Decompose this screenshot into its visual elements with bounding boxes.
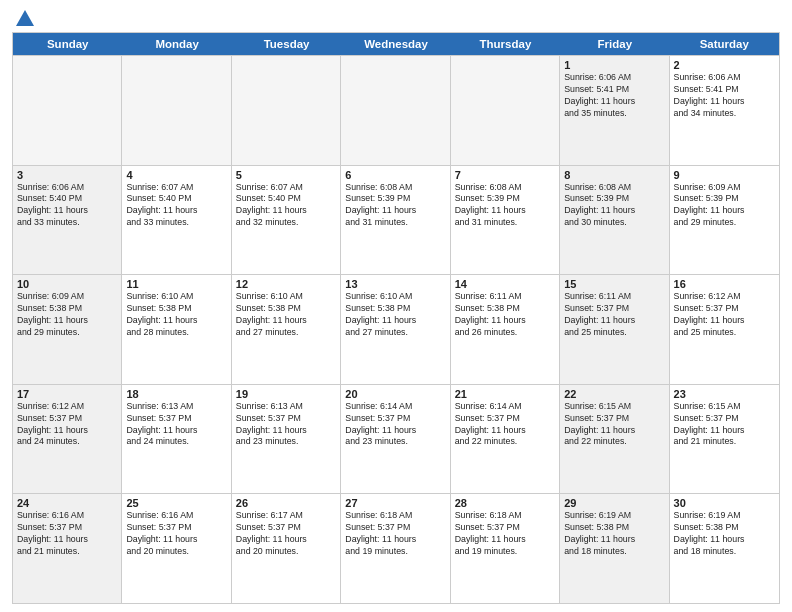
calendar-cell-11: 11Sunrise: 6:10 AM Sunset: 5:38 PM Dayli… (122, 275, 231, 384)
day-number: 18 (126, 388, 226, 400)
day-info: Sunrise: 6:10 AM Sunset: 5:38 PM Dayligh… (126, 291, 226, 339)
day-number: 20 (345, 388, 445, 400)
svg-marker-0 (16, 10, 34, 26)
calendar: SundayMondayTuesdayWednesdayThursdayFrid… (12, 32, 780, 604)
day-number: 13 (345, 278, 445, 290)
calendar-cell-29: 29Sunrise: 6:19 AM Sunset: 5:38 PM Dayli… (560, 494, 669, 603)
calendar-cell-empty (341, 56, 450, 165)
calendar-cell-21: 21Sunrise: 6:14 AM Sunset: 5:37 PM Dayli… (451, 385, 560, 494)
day-info: Sunrise: 6:09 AM Sunset: 5:38 PM Dayligh… (17, 291, 117, 339)
calendar-row-2: 3Sunrise: 6:06 AM Sunset: 5:40 PM Daylig… (13, 165, 779, 275)
day-info: Sunrise: 6:10 AM Sunset: 5:38 PM Dayligh… (345, 291, 445, 339)
calendar-row-3: 10Sunrise: 6:09 AM Sunset: 5:38 PM Dayli… (13, 274, 779, 384)
calendar-cell-16: 16Sunrise: 6:12 AM Sunset: 5:37 PM Dayli… (670, 275, 779, 384)
day-info: Sunrise: 6:10 AM Sunset: 5:38 PM Dayligh… (236, 291, 336, 339)
day-info: Sunrise: 6:06 AM Sunset: 5:41 PM Dayligh… (674, 72, 775, 120)
weekday-header-thursday: Thursday (451, 33, 560, 55)
day-number: 2 (674, 59, 775, 71)
calendar-body: 1Sunrise: 6:06 AM Sunset: 5:41 PM Daylig… (13, 55, 779, 603)
day-number: 10 (17, 278, 117, 290)
day-info: Sunrise: 6:07 AM Sunset: 5:40 PM Dayligh… (126, 182, 226, 230)
calendar-cell-10: 10Sunrise: 6:09 AM Sunset: 5:38 PM Dayli… (13, 275, 122, 384)
day-number: 19 (236, 388, 336, 400)
day-number: 9 (674, 169, 775, 181)
day-info: Sunrise: 6:11 AM Sunset: 5:37 PM Dayligh… (564, 291, 664, 339)
day-number: 21 (455, 388, 555, 400)
calendar-cell-2: 2Sunrise: 6:06 AM Sunset: 5:41 PM Daylig… (670, 56, 779, 165)
calendar-cell-4: 4Sunrise: 6:07 AM Sunset: 5:40 PM Daylig… (122, 166, 231, 275)
logo-icon (14, 8, 36, 30)
calendar-row-5: 24Sunrise: 6:16 AM Sunset: 5:37 PM Dayli… (13, 493, 779, 603)
day-number: 3 (17, 169, 117, 181)
calendar-cell-18: 18Sunrise: 6:13 AM Sunset: 5:37 PM Dayli… (122, 385, 231, 494)
header (12, 10, 780, 26)
day-number: 16 (674, 278, 775, 290)
weekday-header-sunday: Sunday (13, 33, 122, 55)
day-info: Sunrise: 6:07 AM Sunset: 5:40 PM Dayligh… (236, 182, 336, 230)
calendar-cell-23: 23Sunrise: 6:15 AM Sunset: 5:37 PM Dayli… (670, 385, 779, 494)
day-number: 28 (455, 497, 555, 509)
day-info: Sunrise: 6:08 AM Sunset: 5:39 PM Dayligh… (564, 182, 664, 230)
day-number: 7 (455, 169, 555, 181)
day-info: Sunrise: 6:14 AM Sunset: 5:37 PM Dayligh… (345, 401, 445, 449)
day-number: 25 (126, 497, 226, 509)
day-number: 1 (564, 59, 664, 71)
calendar-row-1: 1Sunrise: 6:06 AM Sunset: 5:41 PM Daylig… (13, 55, 779, 165)
day-info: Sunrise: 6:06 AM Sunset: 5:40 PM Dayligh… (17, 182, 117, 230)
calendar-header: SundayMondayTuesdayWednesdayThursdayFrid… (13, 33, 779, 55)
calendar-cell-27: 27Sunrise: 6:18 AM Sunset: 5:37 PM Dayli… (341, 494, 450, 603)
calendar-cell-empty (232, 56, 341, 165)
calendar-cell-13: 13Sunrise: 6:10 AM Sunset: 5:38 PM Dayli… (341, 275, 450, 384)
day-number: 8 (564, 169, 664, 181)
day-number: 29 (564, 497, 664, 509)
day-info: Sunrise: 6:12 AM Sunset: 5:37 PM Dayligh… (674, 291, 775, 339)
day-number: 11 (126, 278, 226, 290)
weekday-header-tuesday: Tuesday (232, 33, 341, 55)
calendar-cell-25: 25Sunrise: 6:16 AM Sunset: 5:37 PM Dayli… (122, 494, 231, 603)
day-info: Sunrise: 6:18 AM Sunset: 5:37 PM Dayligh… (345, 510, 445, 558)
calendar-cell-15: 15Sunrise: 6:11 AM Sunset: 5:37 PM Dayli… (560, 275, 669, 384)
calendar-cell-3: 3Sunrise: 6:06 AM Sunset: 5:40 PM Daylig… (13, 166, 122, 275)
day-info: Sunrise: 6:09 AM Sunset: 5:39 PM Dayligh… (674, 182, 775, 230)
weekday-header-friday: Friday (560, 33, 669, 55)
calendar-cell-17: 17Sunrise: 6:12 AM Sunset: 5:37 PM Dayli… (13, 385, 122, 494)
calendar-cell-7: 7Sunrise: 6:08 AM Sunset: 5:39 PM Daylig… (451, 166, 560, 275)
calendar-cell-1: 1Sunrise: 6:06 AM Sunset: 5:41 PM Daylig… (560, 56, 669, 165)
day-info: Sunrise: 6:12 AM Sunset: 5:37 PM Dayligh… (17, 401, 117, 449)
calendar-cell-8: 8Sunrise: 6:08 AM Sunset: 5:39 PM Daylig… (560, 166, 669, 275)
page: SundayMondayTuesdayWednesdayThursdayFrid… (0, 0, 792, 612)
calendar-cell-empty (122, 56, 231, 165)
day-number: 4 (126, 169, 226, 181)
calendar-cell-28: 28Sunrise: 6:18 AM Sunset: 5:37 PM Dayli… (451, 494, 560, 603)
day-info: Sunrise: 6:15 AM Sunset: 5:37 PM Dayligh… (674, 401, 775, 449)
day-info: Sunrise: 6:06 AM Sunset: 5:41 PM Dayligh… (564, 72, 664, 120)
day-info: Sunrise: 6:16 AM Sunset: 5:37 PM Dayligh… (17, 510, 117, 558)
day-number: 15 (564, 278, 664, 290)
day-number: 23 (674, 388, 775, 400)
logo (12, 10, 36, 26)
calendar-cell-5: 5Sunrise: 6:07 AM Sunset: 5:40 PM Daylig… (232, 166, 341, 275)
day-number: 17 (17, 388, 117, 400)
day-info: Sunrise: 6:19 AM Sunset: 5:38 PM Dayligh… (674, 510, 775, 558)
day-info: Sunrise: 6:11 AM Sunset: 5:38 PM Dayligh… (455, 291, 555, 339)
calendar-cell-9: 9Sunrise: 6:09 AM Sunset: 5:39 PM Daylig… (670, 166, 779, 275)
day-info: Sunrise: 6:08 AM Sunset: 5:39 PM Dayligh… (455, 182, 555, 230)
day-info: Sunrise: 6:18 AM Sunset: 5:37 PM Dayligh… (455, 510, 555, 558)
calendar-cell-6: 6Sunrise: 6:08 AM Sunset: 5:39 PM Daylig… (341, 166, 450, 275)
day-number: 6 (345, 169, 445, 181)
calendar-cell-12: 12Sunrise: 6:10 AM Sunset: 5:38 PM Dayli… (232, 275, 341, 384)
calendar-cell-empty (451, 56, 560, 165)
day-info: Sunrise: 6:08 AM Sunset: 5:39 PM Dayligh… (345, 182, 445, 230)
day-info: Sunrise: 6:13 AM Sunset: 5:37 PM Dayligh… (236, 401, 336, 449)
day-info: Sunrise: 6:15 AM Sunset: 5:37 PM Dayligh… (564, 401, 664, 449)
day-info: Sunrise: 6:19 AM Sunset: 5:38 PM Dayligh… (564, 510, 664, 558)
day-number: 14 (455, 278, 555, 290)
weekday-header-saturday: Saturday (670, 33, 779, 55)
calendar-cell-19: 19Sunrise: 6:13 AM Sunset: 5:37 PM Dayli… (232, 385, 341, 494)
day-number: 30 (674, 497, 775, 509)
day-info: Sunrise: 6:17 AM Sunset: 5:37 PM Dayligh… (236, 510, 336, 558)
day-number: 22 (564, 388, 664, 400)
day-info: Sunrise: 6:14 AM Sunset: 5:37 PM Dayligh… (455, 401, 555, 449)
day-number: 12 (236, 278, 336, 290)
weekday-header-wednesday: Wednesday (341, 33, 450, 55)
